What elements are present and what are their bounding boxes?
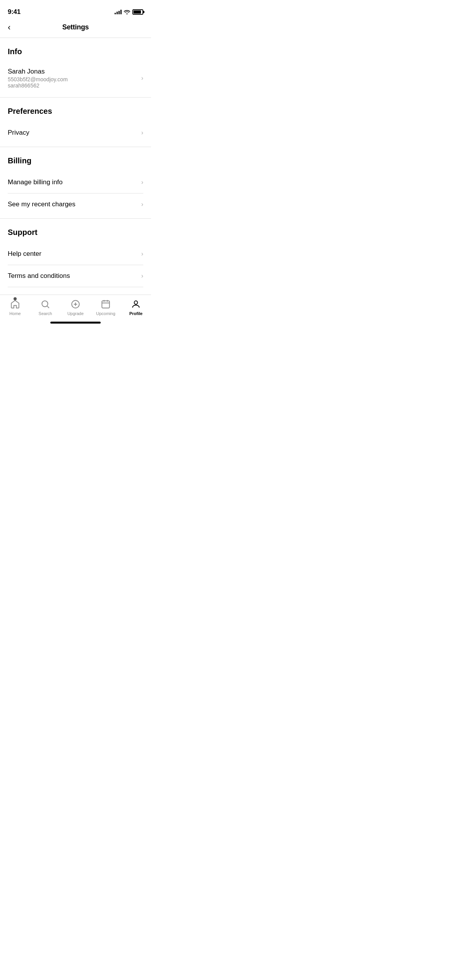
info-section-title: Info (8, 47, 143, 56)
support-section-title: Support (8, 228, 143, 237)
user-info: Sarah Jonas 5503b5f2@moodjoy.com sarah86… (8, 68, 141, 89)
tab-home[interactable]: Home (0, 299, 30, 316)
status-time: 9:41 (8, 8, 21, 16)
signal-icon (115, 10, 122, 14)
user-email: 5503b5f2@moodjoy.com (8, 76, 141, 82)
preferences-section-title: Preferences (8, 107, 143, 116)
svg-point-0 (42, 301, 48, 307)
home-dot (14, 297, 17, 300)
user-username: sarah866562 (8, 82, 141, 89)
tab-search[interactable]: Search (30, 299, 60, 316)
tab-upcoming-label: Upcoming (96, 311, 115, 316)
upgrade-icon (70, 299, 81, 310)
nav-header: ‹ Settings (0, 19, 151, 38)
tab-home-label: Home (9, 311, 21, 316)
upcoming-icon (100, 299, 111, 310)
back-button[interactable]: ‹ (8, 22, 10, 33)
user-name: Sarah Jonas (8, 68, 141, 75)
battery-icon (132, 9, 143, 15)
privacy-item[interactable]: Privacy › (8, 122, 143, 144)
billing-section: Billing Manage billing info › See my rec… (0, 147, 151, 218)
info-section: Info Sarah Jonas 5503b5f2@moodjoy.com sa… (0, 38, 151, 97)
help-center-item[interactable]: Help center › (8, 243, 143, 265)
recent-charges-item[interactable]: See my recent charges › (8, 194, 143, 215)
chevron-icon: › (141, 272, 143, 279)
privacy-policy-item[interactable]: Privacy policy › (8, 287, 143, 292)
wifi-icon (124, 10, 130, 14)
preferences-section: Preferences Privacy › (0, 98, 151, 147)
terms-item[interactable]: Terms and conditions › (8, 265, 143, 287)
tab-upgrade[interactable]: Upgrade (60, 299, 91, 316)
chevron-icon: › (141, 75, 143, 82)
tab-search-label: Search (39, 311, 52, 316)
chevron-icon: › (141, 129, 143, 136)
svg-point-9 (134, 301, 138, 304)
search-icon (40, 299, 51, 310)
svg-line-1 (47, 306, 49, 308)
status-icons (115, 9, 143, 15)
settings-content: Info Sarah Jonas 5503b5f2@moodjoy.com sa… (0, 38, 151, 292)
chevron-icon: › (141, 179, 143, 186)
help-center-label: Help center (8, 250, 41, 258)
profile-icon (130, 299, 141, 310)
manage-billing-label: Manage billing info (8, 178, 63, 186)
chevron-icon: › (141, 250, 143, 257)
tab-profile[interactable]: Profile (121, 299, 151, 316)
privacy-label: Privacy (8, 129, 29, 137)
svg-rect-5 (102, 301, 110, 308)
tab-profile-label: Profile (129, 311, 142, 316)
home-icon (10, 299, 21, 310)
recent-charges-label: See my recent charges (8, 200, 76, 208)
support-section: Support Help center › Terms and conditio… (0, 219, 151, 292)
user-profile-item[interactable]: Sarah Jonas 5503b5f2@moodjoy.com sarah86… (8, 62, 143, 94)
status-bar: 9:41 (0, 0, 151, 19)
manage-billing-item[interactable]: Manage billing info › (8, 171, 143, 194)
page-title: Settings (62, 23, 89, 31)
terms-label: Terms and conditions (8, 272, 70, 280)
home-indicator (50, 322, 101, 324)
chevron-icon: › (141, 201, 143, 208)
tab-upgrade-label: Upgrade (67, 311, 84, 316)
tab-upcoming[interactable]: Upcoming (91, 299, 121, 316)
billing-section-title: Billing (8, 156, 143, 165)
